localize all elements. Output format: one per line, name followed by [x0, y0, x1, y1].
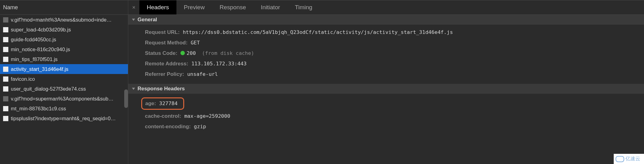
file-row[interactable]: activity_start_31d46e4f.js: [0, 64, 128, 74]
file-icon: [3, 76, 8, 82]
file-icon: [3, 116, 8, 121]
details-panel: × HeadersPreviewResponseInitiatorTiming …: [128, 0, 644, 164]
file-name: super_load-4cb03d209b.js: [11, 27, 128, 33]
file-row[interactable]: v.gif?mod=superman%3Acomponents&sub…: [0, 94, 128, 104]
cache-control-key: cache-control:: [145, 112, 181, 120]
file-name: min_notice-816c20c940.js: [11, 47, 128, 52]
content-encoding-key: content-encoding:: [145, 123, 191, 131]
file-row[interactable]: tipspluslist?indextype=manht&_req_seqid=…: [0, 113, 128, 123]
file-name: v.gif?mod=manht%3Anews&submod=inde…: [11, 17, 128, 23]
file-icon: [3, 17, 8, 23]
referrer-policy-key: Referrer Policy:: [145, 70, 184, 78]
file-icon: [3, 57, 8, 62]
file-icon: [3, 27, 8, 32]
response-headers-section-body: age: 327784 cache-control: max-age=25920…: [128, 94, 644, 136]
file-icon: [3, 96, 8, 101]
remote-address-value: 113.105.172.33:443: [191, 60, 247, 68]
request-method-value: GET: [191, 39, 200, 47]
file-row[interactable]: min_tips_f870f501.js: [0, 54, 128, 64]
watermark: 亿速云: [614, 154, 644, 164]
file-row[interactable]: super_load-4cb03d209b.js: [0, 25, 128, 35]
request-url-value: https://dss0.bdstatic.com/5aV1bjqh_Q23od…: [183, 28, 453, 36]
referrer-policy-row: Referrer Policy: unsafe-url: [145, 69, 644, 80]
request-method-row: Request Method: GET: [145, 38, 644, 48]
remote-address-key: Remote Address:: [145, 60, 188, 68]
file-row[interactable]: v.gif?mod=manht%3Anews&submod=inde…: [0, 15, 128, 25]
network-file-list-panel: Name v.gif?mod=manht%3Anews&submod=inde……: [0, 0, 128, 164]
status-code-row: Status Code: 200 (from disk cache): [145, 48, 644, 59]
age-value: 327784: [159, 100, 178, 108]
age-key: age:: [145, 100, 156, 108]
cache-control-value: max-age=2592000: [184, 112, 230, 120]
file-name: v.gif?mod=superman%3Acomponents&sub…: [11, 96, 128, 102]
request-url-row: Request URL: https://dss0.bdstatic.com/5…: [145, 27, 644, 38]
tab-timing[interactable]: Timing: [287, 0, 320, 14]
file-name: min_tips_f870f501.js: [11, 56, 128, 62]
request-url-key: Request URL:: [145, 28, 180, 36]
tab-headers[interactable]: Headers: [139, 0, 176, 14]
age-header-row: age: 327784: [145, 96, 644, 111]
file-name: mt_min-88763bc1c9.css: [11, 106, 128, 112]
tab-response[interactable]: Response: [212, 0, 253, 14]
file-icon: [3, 67, 8, 72]
file-name: tipspluslist?indextype=manht&_req_seqid=…: [11, 116, 128, 121]
file-row[interactable]: min_notice-816c20c940.js: [0, 44, 128, 54]
tab-preview[interactable]: Preview: [176, 0, 212, 14]
age-highlight: age: 327784: [141, 97, 184, 110]
general-section-header[interactable]: General: [128, 15, 644, 25]
file-name: favicon.ico: [11, 76, 128, 82]
general-section-body: Request URL: https://dss0.bdstatic.com/5…: [128, 25, 644, 84]
detail-tabs: × HeadersPreviewResponseInitiatorTiming: [128, 0, 644, 15]
response-headers-section-header[interactable]: Response Headers: [128, 84, 644, 94]
file-icon: [3, 37, 8, 42]
file-icon: [3, 86, 8, 92]
file-list: v.gif?mod=manht%3Anews&submod=inde…super…: [0, 15, 128, 123]
cache-control-row: cache-control: max-age=2592000: [145, 111, 644, 121]
referrer-policy-value: unsafe-url: [187, 70, 218, 78]
status-code-key: Status Code:: [145, 49, 177, 57]
file-row[interactable]: user_quit_dialog-527f3ede74.css: [0, 84, 128, 94]
file-name: activity_start_31d46e4f.js: [11, 66, 128, 72]
request-method-key: Request Method:: [145, 39, 188, 47]
close-icon[interactable]: ×: [128, 4, 139, 11]
remote-address-row: Remote Address: 113.105.172.33:443: [145, 59, 644, 69]
status-code-value: 200 (from disk cache): [180, 49, 254, 57]
content-encoding-row: content-encoding: gzip: [145, 121, 644, 132]
left-scrollbar-thumb[interactable]: [124, 89, 128, 108]
file-icon: [3, 106, 8, 111]
file-row[interactable]: mt_min-88763bc1c9.css: [0, 104, 128, 113]
status-dot-icon: [180, 51, 185, 55]
file-name: user_quit_dialog-527f3ede74.css: [11, 86, 128, 92]
file-row[interactable]: favicon.ico: [0, 74, 128, 84]
content-encoding-value: gzip: [194, 123, 206, 131]
file-name: guide-fcdd4050cc.js: [11, 37, 128, 43]
name-column-header[interactable]: Name: [0, 0, 128, 15]
file-row[interactable]: guide-fcdd4050cc.js: [0, 35, 128, 44]
file-icon: [3, 47, 8, 52]
headers-content: General Request URL: https://dss0.bdstat…: [128, 15, 644, 136]
tab-initiator[interactable]: Initiator: [253, 0, 287, 14]
